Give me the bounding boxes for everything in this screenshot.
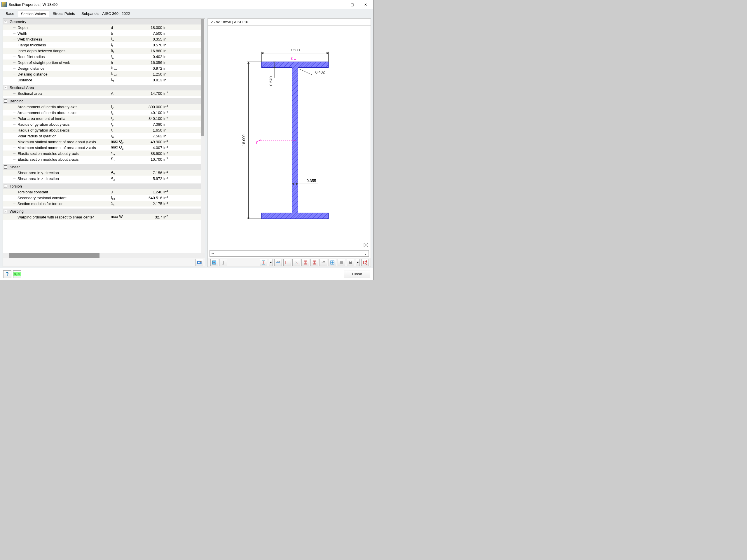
section-header[interactable]: −Sectional Area (3, 85, 205, 90)
property-unit: in2 (163, 176, 175, 181)
property-row[interactable]: ⊢Design distancekdes0.972in (3, 65, 205, 71)
property-unit: in (163, 49, 175, 53)
property-name: Torsional constant (18, 190, 111, 194)
property-symbol: rz (111, 128, 134, 133)
horizontal-scrollbar[interactable] (3, 253, 205, 258)
property-row[interactable]: ⊢Shear area in z-directionAz5.972in2 (3, 176, 205, 181)
reset-button[interactable] (361, 259, 369, 266)
property-row[interactable]: ⊢Inner depth between flangeshi16.860in (3, 48, 205, 54)
property-row[interactable]: ⊢Area moment of inertia about z-axisIz40… (3, 110, 205, 115)
collapse-icon[interactable]: − (4, 185, 7, 188)
property-row[interactable]: ⊢Shear area in y-directionAy7.156in2 (3, 170, 205, 176)
property-row[interactable]: ⊢Radius of gyration about y-axisry7.380i… (3, 121, 205, 127)
section-header[interactable]: −Bending (3, 98, 205, 104)
maximize-button[interactable]: ▢ (346, 1, 359, 9)
print-button[interactable] (347, 259, 354, 266)
property-row[interactable]: ⊢Detailing distancekdet1.250in (3, 71, 205, 77)
tab-stress-points[interactable]: Stress Points (50, 10, 78, 17)
collapse-icon[interactable]: − (4, 165, 7, 168)
section-header[interactable]: −Geometry (3, 19, 205, 25)
property-value: 7.500 (134, 31, 163, 35)
property-row[interactable]: ⊢Elastic section modulus about z-axisSz1… (3, 156, 205, 162)
window-close-button[interactable]: ✕ (359, 1, 372, 9)
property-row[interactable]: ⊢Torsional constantJ1.240in4 (3, 189, 205, 195)
property-row[interactable]: ⊢Web thicknesstw0.355in (3, 36, 205, 42)
property-row[interactable]: ⊢Depth of straight portion of webh16.056… (3, 59, 205, 65)
minimize-button[interactable]: — (333, 1, 346, 9)
property-name: Polar area moment of inertia (18, 116, 111, 121)
grid-button[interactable] (329, 259, 336, 266)
property-name: Maximum statical moment of area about z-… (18, 145, 111, 150)
view-mode-button[interactable] (260, 259, 267, 266)
property-row[interactable]: ⊢Area moment of inertia about y-axisIy80… (3, 104, 205, 110)
dim-width: 7.500 (290, 48, 300, 52)
tab-base[interactable]: Base (3, 10, 17, 17)
collapse-icon[interactable]: − (4, 210, 7, 213)
tab-subpanels-aisc-360-2022[interactable]: Subpanels | AISC 360 | 2022 (78, 10, 133, 17)
export-button[interactable] (196, 259, 203, 266)
property-unit: in4 (163, 189, 175, 194)
section-preview[interactable]: 7.500 18.000 (208, 26, 370, 249)
property-value: 5.972 (134, 177, 163, 181)
property-row[interactable]: ⊢Elastic section modulus about y-axisSy8… (3, 151, 205, 156)
property-unit: in (163, 134, 175, 138)
show-values-button[interactable] (210, 259, 218, 266)
property-row[interactable]: ⊢Distancek10.813in (3, 77, 205, 83)
property-symbol: k1 (111, 77, 134, 83)
section-fill-button[interactable] (310, 259, 318, 266)
property-value: 2.175 (134, 202, 163, 206)
property-name: Radius of gyration about z-axis (18, 128, 111, 132)
property-row[interactable]: ⊢Secondary torsional constantIt,s540.516… (3, 195, 205, 201)
property-row[interactable]: ⊢Maximum statical moment of area about z… (3, 145, 205, 151)
property-row[interactable]: ⊢Maximum statical moment of area about y… (3, 139, 205, 145)
property-row[interactable]: ⊢Section modulus for torsionSt2.175in3 (3, 201, 205, 207)
property-unit: in3 (163, 201, 175, 206)
integral-button[interactable]: ∫ (220, 259, 227, 266)
section-header[interactable]: −Shear (3, 164, 205, 170)
collapse-icon[interactable]: − (4, 100, 7, 103)
section-header[interactable]: −Warping (3, 208, 205, 214)
property-unit: in (163, 43, 175, 47)
result-dropdown[interactable]: --⌄ (209, 250, 369, 257)
units-button[interactable]: 0,00 (13, 270, 21, 278)
property-symbol: Iy (111, 104, 134, 109)
collapse-icon[interactable]: − (4, 20, 7, 23)
view-dropdown-button[interactable]: ▾ (269, 259, 273, 266)
property-value: 540.516 (134, 196, 163, 200)
property-row[interactable]: ⊢Polar area moment of inertiaIo840.100in… (3, 115, 205, 121)
property-row[interactable]: ⊢Polar radius of gyrationro7.562in (3, 133, 205, 139)
property-symbol: Az (111, 176, 134, 181)
dimension-button[interactable]: 100 (274, 259, 282, 266)
print-dropdown-button[interactable]: ▾ (356, 259, 360, 266)
help-button[interactable]: ? (3, 270, 11, 278)
tab-section-values[interactable]: Section Values (18, 10, 49, 17)
property-symbol: kdes (111, 65, 134, 71)
section-outline-button[interactable] (302, 259, 309, 266)
property-value: 49.900 (134, 140, 163, 144)
close-button[interactable]: Close (344, 270, 370, 278)
vertical-scrollbar[interactable] (201, 19, 205, 253)
list-button[interactable] (338, 259, 345, 266)
axes-button[interactable] (283, 259, 291, 266)
properties-grid[interactable]: −Geometry⊢Depthd18.000in⊢Widthb7.500in⊢W… (3, 19, 205, 253)
section-title: Sectional Area (10, 85, 34, 90)
property-row[interactable]: ⊢Widthb7.500in (3, 30, 205, 36)
property-row[interactable]: ⊢Root fillet radiusr10.402in (3, 54, 205, 59)
principal-axes-button[interactable]: sc (292, 259, 300, 266)
dim-r: 0.402 (315, 70, 325, 74)
property-unit: in (163, 72, 175, 76)
property-row[interactable]: ⊢Depthd18.000in (3, 25, 205, 30)
section-header[interactable]: −Torsion (3, 183, 205, 189)
property-row[interactable]: ⊢Flange thicknesstf0.570in (3, 42, 205, 48)
property-value: 1.650 (134, 128, 163, 132)
property-value: 16.056 (134, 60, 163, 65)
collapse-icon[interactable]: − (4, 86, 7, 89)
property-name: Flange thickness (18, 43, 111, 47)
property-row[interactable]: ⊢Sectional areaA14.700in2 (3, 90, 205, 96)
property-symbol: max Qz (111, 145, 134, 150)
property-row[interactable]: ⊢Warping ordinate with respect to shear … (3, 214, 205, 220)
numbering-button[interactable]: 1 2 3 (319, 259, 327, 266)
property-unit: in3 (163, 157, 175, 162)
property-row[interactable]: ⊢Radius of gyration about z-axisrz1.650i… (3, 127, 205, 133)
property-name: Sectional area (18, 91, 111, 96)
